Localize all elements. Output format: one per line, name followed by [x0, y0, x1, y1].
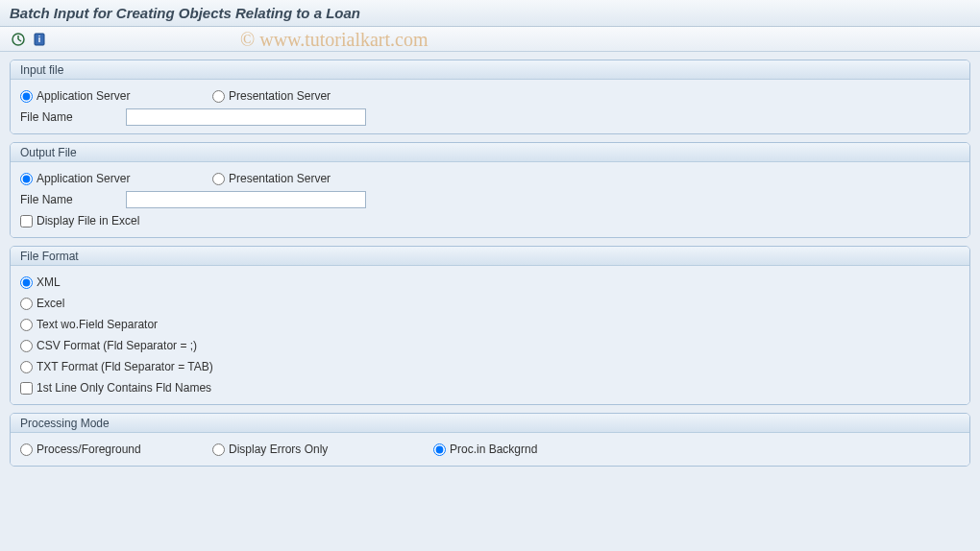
proc-foreground-label: Process/Foreground — [37, 443, 141, 456]
processing-mode-header: Processing Mode — [11, 414, 969, 433]
input-pres-server-label: Presentation Server — [229, 89, 331, 103]
output-app-server-radio[interactable] — [20, 173, 33, 185]
format-text-radio[interactable] — [20, 319, 33, 331]
format-text-label: Text wo.Field Separator — [37, 318, 158, 331]
input-filename-label: File Name — [20, 110, 126, 124]
display-excel-checkbox[interactable] — [20, 215, 33, 228]
format-txt-radio[interactable] — [20, 361, 33, 373]
proc-errors-radio[interactable] — [212, 443, 225, 456]
format-xml-label: XML — [37, 276, 61, 289]
output-pres-server-radio[interactable] — [212, 173, 225, 185]
processing-mode-group: Processing Mode Process/Foreground Displ… — [10, 413, 970, 467]
display-excel-label: Display File in Excel — [37, 214, 139, 228]
first-line-checkbox[interactable] — [20, 382, 33, 395]
proc-background-radio[interactable] — [433, 443, 446, 456]
format-excel-radio[interactable] — [20, 298, 33, 310]
format-csv-radio[interactable] — [20, 340, 33, 352]
output-file-header: Output File — [11, 143, 969, 162]
page-title: Batch Input for Creating Objects Relatin… — [10, 5, 360, 21]
format-txt-label: TXT Format (Fld Separator = TAB) — [37, 360, 213, 373]
execute-icon[interactable] — [10, 31, 27, 48]
input-app-server-radio[interactable] — [20, 90, 33, 103]
file-format-group: File Format XML Excel Text wo.Field Sepa… — [10, 246, 970, 405]
title-bar: Batch Input for Creating Objects Relatin… — [0, 0, 980, 27]
format-xml-radio[interactable] — [20, 276, 33, 289]
svg-text:i: i — [38, 35, 41, 44]
input-app-server-label: Application Server — [37, 89, 130, 103]
file-format-header: File Format — [11, 247, 969, 266]
format-csv-label: CSV Format (Fld Separator = ;) — [37, 339, 197, 352]
first-line-label: 1st Line Only Contains Fld Names — [37, 381, 211, 395]
output-app-server-label: Application Server — [37, 172, 130, 185]
output-filename-field[interactable] — [126, 191, 366, 208]
format-excel-label: Excel — [37, 297, 64, 310]
proc-background-label: Proc.in Backgrnd — [450, 443, 537, 456]
toolbar: i — [0, 27, 980, 52]
output-file-group: Output File Application Server Presentat… — [10, 142, 970, 238]
info-icon[interactable]: i — [31, 31, 48, 48]
output-filename-label: File Name — [20, 193, 126, 206]
content-area: Input file Application Server Presentati… — [0, 52, 980, 482]
proc-errors-label: Display Errors Only — [229, 443, 328, 456]
output-pres-server-label: Presentation Server — [229, 172, 331, 185]
input-file-header: Input file — [11, 60, 969, 80]
svg-line-2 — [18, 39, 21, 41]
input-filename-field[interactable] — [126, 108, 366, 126]
input-pres-server-radio[interactable] — [212, 90, 225, 103]
input-file-group: Input file Application Server Presentati… — [10, 60, 970, 134]
proc-foreground-radio[interactable] — [20, 443, 33, 456]
